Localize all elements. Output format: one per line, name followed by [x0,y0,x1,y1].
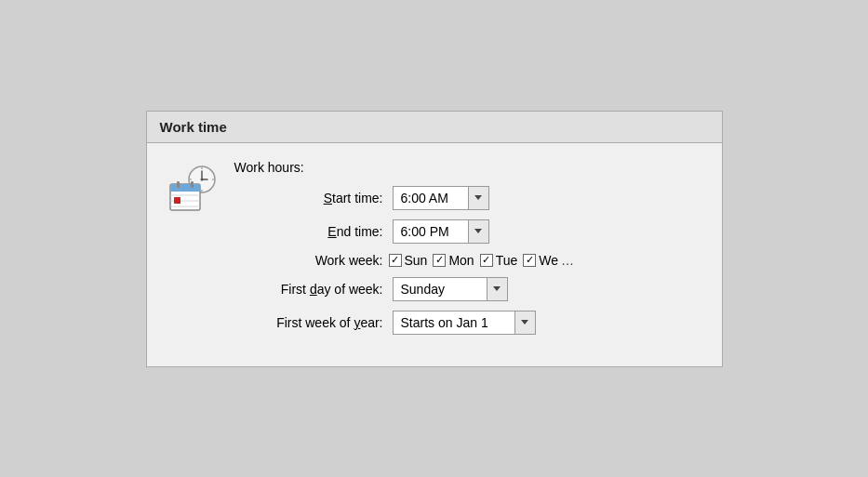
first-week-dropdown-arrow[interactable] [514,311,535,334]
calendar-icon [169,180,201,212]
day-wed: We … [523,253,574,268]
work-time-panel: Work time [146,111,723,367]
svg-rect-12 [191,181,194,188]
checkbox-sun[interactable] [389,254,402,267]
first-week-arrow-icon [521,320,528,325]
first-day-label: First day of week: [234,282,383,297]
end-time-arrow-icon [474,229,482,233]
day-sun-label: Sun [405,253,428,268]
checkbox-tue[interactable] [480,254,493,267]
first-day-row: First day of week: Sunday [234,277,703,301]
start-time-arrow-icon [474,195,482,200]
start-time-row: Start time: 6:00 AM [234,186,703,210]
start-underline: S [324,191,332,205]
start-time-label: Start time: [234,191,383,205]
first-day-value: Sunday [394,278,487,300]
first-week-value: Starts on Jan 1 [394,311,514,334]
work-hours-label: Work hours: [234,160,703,175]
start-time-value: 6:00 AM [394,187,468,209]
day-wed-label: We [539,253,558,268]
svg-rect-16 [174,197,180,204]
day-mon-label: Mon [448,253,474,268]
icon-area [166,164,221,212]
first-week-label: First week of year: [234,315,383,330]
svg-rect-11 [177,181,180,188]
work-week-row: Work week: Sun Mon Tue [234,253,703,268]
end-time-value: 6:00 PM [394,220,468,243]
checkbox-mon[interactable] [433,254,446,267]
end-underline: E [327,224,336,239]
end-time-row: End time: 6:00 PM [234,219,703,244]
day-mon: Mon [433,253,474,268]
work-time-icon [169,164,218,212]
overflow-indicator: … [561,253,574,268]
checkbox-wed[interactable] [523,254,536,267]
first-week-select[interactable]: Starts on Jan 1 [393,311,536,335]
top-section: Work hours: Start time: 6:00 AM [166,160,703,335]
svg-rect-10 [170,189,200,192]
first-week-row: First week of year: Starts on Jan 1 [234,311,703,335]
panel-title: Work time [147,112,722,143]
end-time-label: End time: [234,224,383,239]
day-tue: Tue [480,253,518,268]
year-underline: y [354,315,360,330]
work-week-label: Work week: [234,253,383,268]
end-time-select[interactable]: 6:00 PM [393,219,489,244]
end-time-dropdown-arrow[interactable] [468,220,488,243]
panel-body: Work hours: Start time: 6:00 AM [147,143,722,366]
day-underline: d [310,282,317,297]
first-day-dropdown-arrow[interactable] [487,278,507,300]
day-tue-label: Tue [496,253,518,268]
start-time-dropdown-arrow[interactable] [468,187,488,209]
start-time-select[interactable]: 6:00 AM [393,186,489,210]
day-sun: Sun [389,253,428,268]
form-section: Work hours: Start time: 6:00 AM [234,160,703,335]
first-day-arrow-icon [493,286,501,291]
first-day-select[interactable]: Sunday [393,277,508,301]
